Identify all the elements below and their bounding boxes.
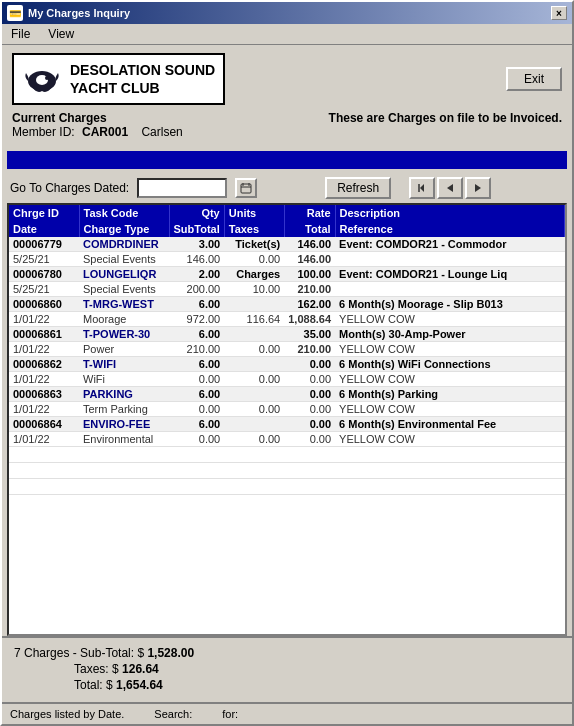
close-button[interactable]: ×: [551, 6, 567, 20]
cell-date: 1/01/22: [9, 402, 79, 417]
cell-task: T-POWER-30: [79, 327, 169, 342]
svg-marker-7: [420, 184, 424, 192]
table-row[interactable]: 00006779 COMDRDINER 3.00 Ticket(s) 146.0…: [9, 237, 565, 252]
cell-rate: 35.00: [284, 327, 335, 342]
table-row[interactable]: 00006864 ENVIRO-FEE 6.00 0.00 6 Month(s)…: [9, 417, 565, 432]
cell-ref: YELLOW COW: [335, 312, 564, 327]
cell-id: 00006861: [9, 327, 79, 342]
cell-subtotal: 0.00: [169, 432, 224, 447]
cell-total: 0.00: [284, 402, 335, 417]
cell-date: 1/01/22: [9, 432, 79, 447]
summary-subtotal: 1,528.00: [147, 646, 194, 660]
cell-subtotal: 200.00: [169, 282, 224, 297]
member-id-value: CAR001: [82, 125, 128, 139]
col-header-units: Units: [224, 205, 284, 221]
notice-text: These are Charges on file to be Invoiced…: [329, 111, 562, 139]
summary-taxes: 126.64: [122, 662, 159, 676]
summary-count-line: 7 Charges - Sub-Total: $ 1,528.00: [14, 646, 560, 660]
summary-total-label: Total: $: [74, 678, 113, 692]
club-name: DESOLATION SOUND YACHT CLUB: [70, 61, 215, 97]
cell-subtotal: 0.00: [169, 372, 224, 387]
summary-total-line: Total: $ 1,654.64: [74, 678, 560, 692]
table-row[interactable]: 00006780 LOUNGELIQR 2.00 Charges 100.00 …: [9, 267, 565, 282]
col-header-chrgid: Chrge ID: [9, 205, 79, 221]
cell-qty: 6.00: [169, 297, 224, 312]
cell-rate: 0.00: [284, 387, 335, 402]
table-row-detail: 1/01/22 Term Parking 0.00 0.00 0.00 YELL…: [9, 402, 565, 417]
table-row[interactable]: 00006861 T-POWER-30 6.00 35.00 Month(s) …: [9, 327, 565, 342]
status-search-label: Search:: [154, 708, 192, 720]
table-row-empty: [9, 447, 565, 463]
cell-rate: 100.00: [284, 267, 335, 282]
calendar-button[interactable]: [235, 178, 257, 198]
col-header-rate: Rate: [284, 205, 335, 221]
svg-marker-9: [447, 184, 453, 192]
nav-next-button[interactable]: [465, 177, 491, 199]
cell-desc: 6 Month(s) Environmental Fee: [335, 417, 564, 432]
cell-task: T-MRG-WEST: [79, 297, 169, 312]
cell-total: 210.00: [284, 342, 335, 357]
cell-total: 0.00: [284, 372, 335, 387]
table-row[interactable]: 00006862 T-WIFI 6.00 0.00 6 Month(s) WiF…: [9, 357, 565, 372]
col-header-taxes: Taxes: [224, 221, 284, 237]
table-row-detail: 1/01/22 WiFi 0.00 0.00 0.00 YELLOW COW: [9, 372, 565, 387]
cell-rate: 0.00: [284, 357, 335, 372]
menu-view[interactable]: View: [44, 26, 78, 42]
member-name: Carlsen: [141, 125, 182, 139]
cell-type: Environmental: [79, 432, 169, 447]
cell-id: 00006860: [9, 297, 79, 312]
title-bar-left: 💳 My Charges Inquiry: [7, 5, 130, 21]
date-input[interactable]: [137, 178, 227, 198]
menu-file[interactable]: File: [7, 26, 34, 42]
table-row-empty: [9, 479, 565, 495]
cell-total: 0.00: [284, 432, 335, 447]
cell-qty: 6.00: [169, 417, 224, 432]
cell-date: 1/01/22: [9, 372, 79, 387]
cell-taxes: 10.00: [224, 282, 284, 297]
cell-ref: YELLOW COW: [335, 432, 564, 447]
col-header-date: Date: [9, 221, 79, 237]
col-header-type: Charge Type: [79, 221, 169, 237]
orca-icon: [22, 59, 62, 99]
cell-qty: 3.00: [169, 237, 224, 252]
cell-taxes: 0.00: [224, 342, 284, 357]
col-header-subtotal: SubTotal: [169, 221, 224, 237]
cell-total: 146.00: [284, 252, 335, 267]
table-row[interactable]: 00006863 PARKING 6.00 0.00 6 Month(s) Pa…: [9, 387, 565, 402]
col-header-task: Task Code: [79, 205, 169, 221]
col-header-reference: Reference: [335, 221, 564, 237]
menu-bar: File View: [2, 24, 572, 45]
cell-taxes: 0.00: [224, 402, 284, 417]
exit-button[interactable]: Exit: [506, 67, 562, 91]
nav-next-icon: [471, 181, 485, 195]
summary-total: 1,654.64: [116, 678, 163, 692]
cell-subtotal: 972.00: [169, 312, 224, 327]
cell-desc: 6 Month(s) WiFi Connections: [335, 357, 564, 372]
cell-id: 00006862: [9, 357, 79, 372]
window-title: My Charges Inquiry: [28, 7, 130, 19]
status-for-label: for:: [222, 708, 238, 720]
table-row-detail: 1/01/22 Environmental 0.00 0.00 0.00 YEL…: [9, 432, 565, 447]
cell-desc: Event: COMDOR21 - Commodor: [335, 237, 564, 252]
cell-id: 00006779: [9, 237, 79, 252]
nav-first-button[interactable]: [409, 177, 435, 199]
cell-rate: 0.00: [284, 417, 335, 432]
cell-desc: Month(s) 30-Amp-Power: [335, 327, 564, 342]
table-body: 00006779 COMDRDINER 3.00 Ticket(s) 146.0…: [9, 237, 565, 495]
cell-rate: 162.00: [284, 297, 335, 312]
refresh-button[interactable]: Refresh: [325, 177, 391, 199]
member-id-label: Member ID:: [12, 125, 75, 139]
cell-date: 5/25/21: [9, 282, 79, 297]
cell-units: [224, 327, 284, 342]
cell-type: WiFi: [79, 372, 169, 387]
header-top-row: DESOLATION SOUND YACHT CLUB Exit: [12, 53, 562, 105]
table-row[interactable]: 00006860 T-MRG-WEST 6.00 162.00 6 Month(…: [9, 297, 565, 312]
current-charges-label: Current Charges: [12, 111, 107, 125]
cell-date: 1/01/22: [9, 312, 79, 327]
cell-units: [224, 297, 284, 312]
charges-table-container[interactable]: Chrge ID Task Code Qty Units Rate Descri…: [7, 203, 567, 636]
nav-prev-button[interactable]: [437, 177, 463, 199]
cell-total: 210.00: [284, 282, 335, 297]
cell-taxes: 116.64: [224, 312, 284, 327]
cell-task: T-WIFI: [79, 357, 169, 372]
